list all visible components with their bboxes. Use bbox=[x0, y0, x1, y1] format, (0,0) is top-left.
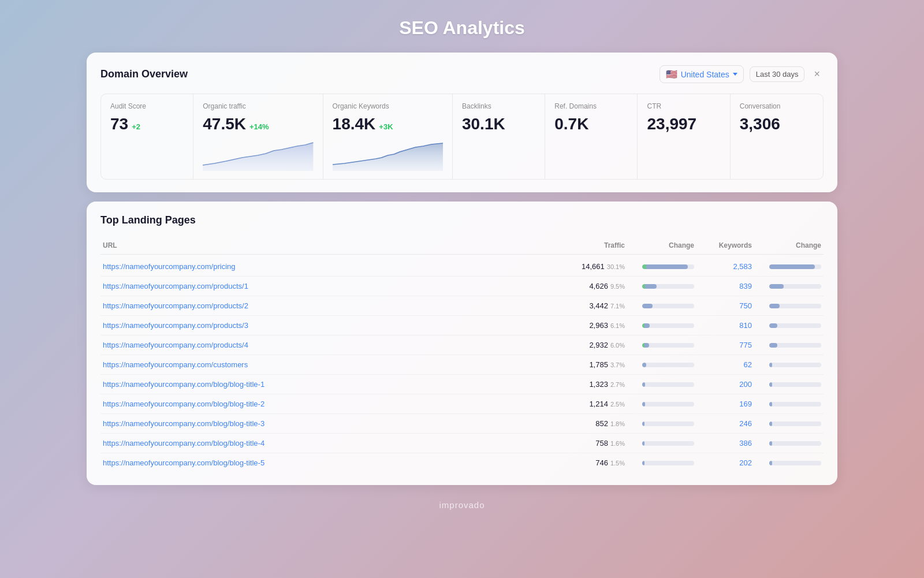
row-keywords: 62 bbox=[694, 360, 752, 369]
row-traffic-bar bbox=[625, 284, 694, 289]
row-keywords: 750 bbox=[694, 301, 752, 310]
row-keywords-bar bbox=[752, 264, 821, 269]
row-traffic: 2,9326.0% bbox=[567, 341, 625, 349]
landing-pages-card: Top Landing Pages URL Traffic Change Key… bbox=[87, 202, 837, 485]
table-row: https://nameofyourcompany.com/blog/blog-… bbox=[100, 375, 824, 394]
row-url-link[interactable]: https://nameofyourcompany.com/products/4 bbox=[103, 341, 567, 349]
metric-organic-keywords: Organic Keywords 18.4K +3K bbox=[323, 94, 453, 179]
row-traffic: 8521.8% bbox=[567, 419, 625, 428]
metrics-row: Audit Score 73 +2 Organic traffic 47.5K … bbox=[100, 94, 824, 180]
us-flag-icon: 🇺🇸 bbox=[666, 69, 677, 80]
row-keywords: 810 bbox=[694, 321, 752, 330]
organic-traffic-chart bbox=[203, 139, 313, 171]
row-url-link[interactable]: https://nameofyourcompany.com/pricing bbox=[103, 262, 567, 271]
table-row: https://nameofyourcompany.com/products/2… bbox=[100, 296, 824, 316]
row-url-link[interactable]: https://nameofyourcompany.com/blog/blog-… bbox=[103, 400, 567, 408]
metric-ref-domains: Ref. Domains 0.7K bbox=[545, 94, 638, 179]
col-keywords: Keywords bbox=[694, 241, 752, 249]
row-keywords-bar bbox=[752, 461, 821, 465]
domain-overview-title: Domain Overview bbox=[100, 68, 188, 80]
row-url-link[interactable]: https://nameofyourcompany.com/blog/blog-… bbox=[103, 458, 567, 467]
row-traffic: 2,9636.1% bbox=[567, 321, 625, 330]
chevron-down-icon bbox=[733, 73, 737, 76]
row-keywords-bar bbox=[752, 441, 821, 446]
metric-ctr: CTR 23,997 bbox=[638, 94, 730, 179]
row-traffic: 4,6269.5% bbox=[567, 282, 625, 290]
table-row: https://nameofyourcompany.com/blog/blog-… bbox=[100, 453, 824, 472]
table-row: https://nameofyourcompany.com/customers1… bbox=[100, 355, 824, 375]
row-url-link[interactable]: https://nameofyourcompany.com/products/3 bbox=[103, 321, 567, 330]
landing-pages-title: Top Landing Pages bbox=[100, 214, 196, 226]
row-keywords-bar bbox=[752, 363, 821, 367]
row-traffic-bar bbox=[625, 363, 694, 367]
metric-conversation: Conversation 3,306 bbox=[731, 94, 823, 179]
row-url-link[interactable]: https://nameofyourcompany.com/products/2 bbox=[103, 301, 567, 310]
row-traffic: 7461.5% bbox=[567, 458, 625, 467]
row-keywords-bar bbox=[752, 323, 821, 328]
row-keywords-bar bbox=[752, 422, 821, 426]
col-change-traffic: Change bbox=[625, 241, 694, 249]
row-keywords: 2,583 bbox=[694, 262, 752, 271]
table-header: URL Traffic Change Keywords Change bbox=[100, 237, 824, 255]
row-traffic-bar bbox=[625, 461, 694, 465]
row-traffic: 1,2142.5% bbox=[567, 400, 625, 408]
row-traffic-bar bbox=[625, 264, 694, 269]
table-row: https://nameofyourcompany.com/products/4… bbox=[100, 335, 824, 355]
row-traffic-bar bbox=[625, 323, 694, 328]
header-controls: 🇺🇸 United States Last 30 days × bbox=[660, 65, 824, 83]
row-traffic-bar bbox=[625, 382, 694, 387]
row-keywords-bar bbox=[752, 382, 821, 387]
row-keywords-bar bbox=[752, 284, 821, 289]
row-keywords: 386 bbox=[694, 439, 752, 448]
col-change-keywords: Change bbox=[752, 241, 821, 249]
row-url-link[interactable]: https://nameofyourcompany.com/customers bbox=[103, 360, 567, 369]
row-traffic-bar bbox=[625, 402, 694, 407]
row-traffic-bar bbox=[625, 441, 694, 446]
date-range-selector[interactable]: Last 30 days bbox=[750, 66, 805, 82]
organic-keywords-chart bbox=[333, 139, 443, 171]
page-title: SEO Analytics bbox=[399, 17, 525, 39]
table-body: https://nameofyourcompany.com/pricing14,… bbox=[100, 257, 824, 472]
table-row: https://nameofyourcompany.com/pricing14,… bbox=[100, 257, 824, 277]
row-keywords: 202 bbox=[694, 458, 752, 467]
table-row: https://nameofyourcompany.com/blog/blog-… bbox=[100, 394, 824, 414]
close-button[interactable]: × bbox=[810, 67, 824, 81]
row-url-link[interactable]: https://nameofyourcompany.com/blog/blog-… bbox=[103, 439, 567, 448]
row-traffic: 1,3232.7% bbox=[567, 380, 625, 389]
row-keywords: 775 bbox=[694, 341, 752, 349]
table-row: https://nameofyourcompany.com/products/1… bbox=[100, 277, 824, 296]
row-url-link[interactable]: https://nameofyourcompany.com/blog/blog-… bbox=[103, 419, 567, 428]
metric-audit-score: Audit Score 73 +2 bbox=[101, 94, 193, 179]
row-keywords: 169 bbox=[694, 400, 752, 408]
table-row: https://nameofyourcompany.com/blog/blog-… bbox=[100, 434, 824, 453]
landing-pages-header: Top Landing Pages bbox=[100, 214, 824, 226]
row-traffic-bar bbox=[625, 343, 694, 348]
row-traffic-bar bbox=[625, 304, 694, 308]
row-traffic: 3,4427.1% bbox=[567, 301, 625, 310]
footer-brand: improvado bbox=[439, 500, 485, 510]
country-label: United States bbox=[681, 70, 729, 79]
col-url: URL bbox=[103, 241, 567, 249]
row-traffic: 14,66130.1% bbox=[567, 262, 625, 271]
row-keywords-bar bbox=[752, 402, 821, 407]
row-keywords: 839 bbox=[694, 282, 752, 290]
metric-organic-traffic: Organic traffic 47.5K +14% bbox=[193, 94, 323, 179]
country-selector[interactable]: 🇺🇸 United States bbox=[660, 65, 744, 83]
row-traffic: 1,7853.7% bbox=[567, 360, 625, 369]
table-row: https://nameofyourcompany.com/blog/blog-… bbox=[100, 414, 824, 434]
row-keywords: 246 bbox=[694, 419, 752, 428]
row-url-link[interactable]: https://nameofyourcompany.com/blog/blog-… bbox=[103, 380, 567, 389]
row-keywords-bar bbox=[752, 304, 821, 308]
row-traffic-bar bbox=[625, 422, 694, 426]
metric-backlinks: Backlinks 30.1K bbox=[453, 94, 545, 179]
domain-overview-header: Domain Overview 🇺🇸 United States Last 30… bbox=[100, 65, 824, 83]
domain-overview-card: Domain Overview 🇺🇸 United States Last 30… bbox=[87, 53, 837, 192]
col-traffic: Traffic bbox=[567, 241, 625, 249]
row-url-link[interactable]: https://nameofyourcompany.com/products/1 bbox=[103, 282, 567, 290]
row-traffic: 7581.6% bbox=[567, 439, 625, 448]
row-keywords-bar bbox=[752, 343, 821, 348]
table-row: https://nameofyourcompany.com/products/3… bbox=[100, 316, 824, 335]
row-keywords: 200 bbox=[694, 380, 752, 389]
